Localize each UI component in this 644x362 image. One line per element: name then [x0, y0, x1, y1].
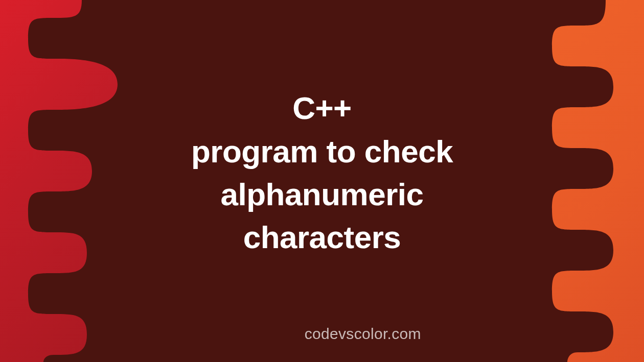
watermark-text: codevscolor.com: [305, 325, 421, 343]
banner-title: C++ program to check alphanumeric charac…: [118, 86, 526, 259]
title-line-4: characters: [118, 216, 526, 259]
title-line-1: C++: [118, 86, 526, 131]
banner-canvas: C++ program to check alphanumeric charac…: [0, 0, 644, 362]
title-line-2: program to check: [118, 130, 526, 173]
title-line-3: alphanumeric: [118, 173, 526, 216]
